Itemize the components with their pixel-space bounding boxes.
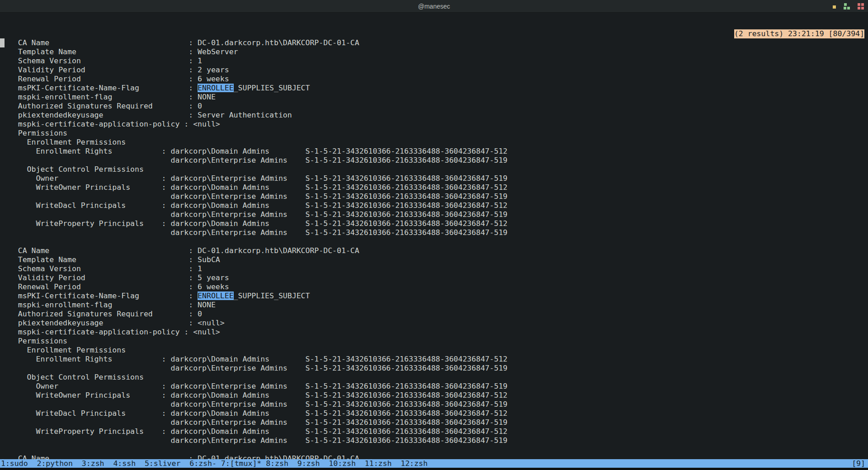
tmux-window-list: 1:sudo 2:python 3:zsh 4:ssh 5:sliver 6:z… — [1, 459, 428, 468]
tmux-session-indicator: [9] — [852, 459, 865, 468]
tmux-window-item[interactable]: 12:zsh — [401, 459, 428, 468]
copy-mode-indicator: (2 results) 23:21:19 [80/394] — [734, 29, 864, 38]
tmux-window-item[interactable]: 4:ssh — [113, 459, 136, 468]
tmux-status-bar: 1:sudo 2:python 3:zsh 4:ssh 5:sliver 6:z… — [0, 459, 868, 468]
tmux-window-item[interactable]: 5:sliver — [145, 459, 180, 468]
bottom-strip — [0, 468, 868, 470]
window-title: @manesec — [418, 3, 450, 10]
tmux-window-item[interactable]: 7:[tmux]* — [221, 459, 261, 468]
terminal-output: CA Name : DC-01.darkcorp.htb\DARKCORP-DC… — [0, 29, 508, 459]
tmux-window-item[interactable]: 11:zsh — [365, 459, 392, 468]
window-title-bar: @manesec — [0, 0, 868, 13]
tmux-window-item[interactable]: 2:python — [37, 459, 72, 468]
tmux-window-item[interactable]: 1:sudo — [1, 459, 28, 468]
maximize-icon[interactable] — [844, 3, 850, 10]
tmux-window-item[interactable]: 10:zsh — [329, 459, 356, 468]
close-icon[interactable] — [858, 3, 864, 10]
terminal-window: @manesec (2 res — [0, 0, 868, 470]
tmux-window-item[interactable]: 3:zsh — [82, 459, 104, 468]
terminal-pane[interactable]: (2 results) 23:21:19 [80/394] CA Name : … — [0, 13, 868, 459]
tmux-window-item[interactable]: 6:zsh- — [189, 459, 217, 468]
window-controls — [833, 0, 864, 13]
tmux-window-item[interactable]: 8:zsh — [266, 459, 288, 468]
minimize-icon[interactable] — [833, 3, 836, 10]
tmux-window-item[interactable]: 9:zsh — [297, 459, 320, 468]
